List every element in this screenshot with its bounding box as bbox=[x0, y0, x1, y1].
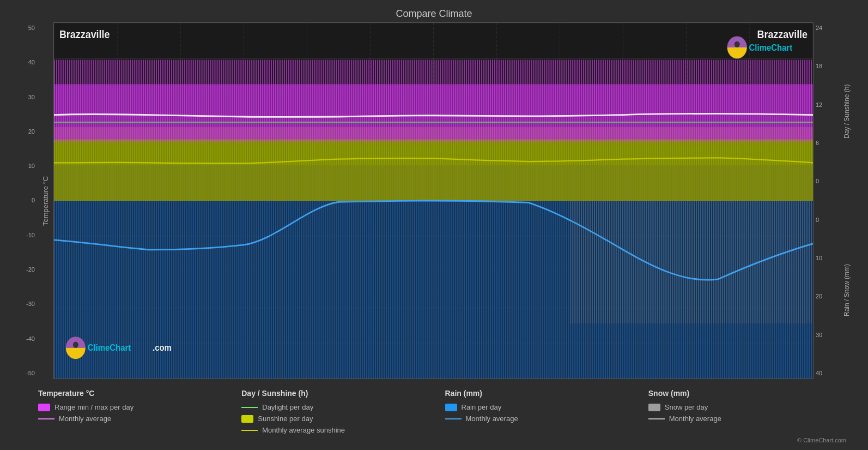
legend-sunshine-swatch: Sunshine per day bbox=[241, 415, 445, 423]
legend-area: Temperature °C Range min / max per day M… bbox=[11, 379, 857, 437]
svg-text:.com: .com bbox=[153, 343, 172, 353]
legend-daylight: Daylight per day bbox=[241, 403, 445, 411]
snow-avg-line bbox=[648, 418, 665, 419]
rain-avg-line bbox=[445, 418, 462, 419]
daylight-line bbox=[241, 407, 258, 408]
chart-and-axes: Temperature °C bbox=[37, 22, 857, 379]
right-axis-sunshine-values: 24 18 12 6 0 0 10 20 30 40 bbox=[814, 22, 842, 379]
chart-axes-container: 50 40 30 20 10 0 -10 -20 -30 -40 -50 Tem… bbox=[11, 22, 857, 379]
svg-point-41 bbox=[73, 342, 78, 348]
y-tick-n40: -40 bbox=[11, 336, 37, 342]
y-tick-n50: -50 bbox=[11, 370, 37, 376]
legend-temperature: Temperature °C Range min / max per day M… bbox=[38, 389, 241, 434]
r-tick-12: 12 bbox=[814, 102, 842, 108]
legend-sunshine: Day / Sunshine (h) Daylight per day Suns… bbox=[241, 389, 445, 434]
right-axis-titles: Day / Sunshine (h) Rain / Snow (mm) bbox=[842, 22, 857, 379]
right-axis-rain-title: Rain / Snow (mm) bbox=[842, 201, 857, 379]
sunshine-avg-line bbox=[241, 430, 258, 431]
legend-temp-avg: Monthly average bbox=[38, 415, 241, 423]
left-axis-title: Temperature °C bbox=[37, 22, 53, 379]
copyright: © ClimeChart.com bbox=[11, 437, 857, 445]
right-axis-sunshine-title: Day / Sunshine (h) bbox=[842, 22, 857, 201]
legend-temp-range: Range min / max per day bbox=[38, 403, 241, 411]
svg-rect-35 bbox=[54, 59, 813, 142]
r-tick-24: 24 bbox=[814, 25, 842, 31]
left-y-axis: 50 40 30 20 10 0 -10 -20 -30 -40 -50 bbox=[11, 22, 37, 379]
legend-rain-day: Rain per day bbox=[445, 403, 648, 411]
y-tick-30: 30 bbox=[11, 94, 37, 100]
svg-text:ClimeChart: ClimeChart bbox=[749, 43, 793, 52]
svg-text:Brazzaville: Brazzaville bbox=[59, 28, 110, 40]
y-tick-20: 20 bbox=[11, 129, 37, 135]
y-tick-n20: -20 bbox=[11, 267, 37, 273]
y-tick-0: 0 bbox=[11, 197, 37, 203]
r-tick-6: 6 bbox=[814, 140, 842, 146]
legend-snow-avg-label: Monthly average bbox=[669, 415, 721, 423]
svg-rect-37 bbox=[54, 165, 813, 201]
svg-rect-29 bbox=[569, 201, 813, 323]
y-tick-n10: -10 bbox=[11, 232, 37, 238]
r-tick-0-sun: 0 bbox=[814, 178, 842, 184]
svg-text:ClimeChart: ClimeChart bbox=[88, 343, 131, 353]
y-tick-50: 50 bbox=[11, 25, 37, 31]
r-tick-40: 40 bbox=[814, 370, 842, 376]
legend-snow-day-label: Snow per day bbox=[665, 403, 708, 411]
chart-frame: Brazzaville Brazzaville ClimeChart .com bbox=[53, 22, 814, 379]
legend-temp-range-label: Range min / max per day bbox=[54, 403, 133, 411]
legend-daylight-label: Daylight per day bbox=[262, 403, 313, 411]
temp-avg-line bbox=[38, 418, 54, 419]
legend-temp-avg-label: Monthly average bbox=[59, 415, 111, 423]
r-tick-0-rain: 0 bbox=[814, 217, 842, 223]
y-tick-40: 40 bbox=[11, 59, 37, 65]
right-axes: 24 18 12 6 0 0 10 20 30 40 Day / Sunshin… bbox=[814, 22, 857, 379]
legend-sunshine-avg-label: Monthly average sunshine bbox=[262, 426, 345, 434]
svg-point-45 bbox=[735, 41, 740, 47]
legend-sunshine-avg: Monthly average sunshine bbox=[241, 426, 445, 434]
page-container: Compare Climate 50 40 30 20 10 0 -10 -20… bbox=[0, 0, 868, 450]
y-tick-10: 10 bbox=[11, 163, 37, 169]
page-title: Compare Climate bbox=[11, 5, 857, 22]
legend-sunshine-label: Sunshine per day bbox=[258, 415, 313, 423]
temp-range-swatch bbox=[38, 404, 50, 411]
y-tick-n30: -30 bbox=[11, 301, 37, 307]
legend-snow-avg: Monthly average bbox=[648, 415, 852, 423]
legend-temp-title: Temperature °C bbox=[38, 389, 241, 398]
legend-snow: Snow (mm) Snow per day Monthly average bbox=[648, 389, 852, 434]
r-tick-30: 30 bbox=[814, 332, 842, 338]
snow-swatch bbox=[648, 404, 660, 411]
legend-snow-title: Snow (mm) bbox=[648, 389, 852, 398]
legend-rain-title: Rain (mm) bbox=[445, 389, 648, 398]
sunshine-swatch bbox=[241, 415, 253, 423]
rain-swatch bbox=[445, 404, 457, 411]
r-tick-10: 10 bbox=[814, 255, 842, 261]
chart-svg: Brazzaville Brazzaville ClimeChart .com bbox=[54, 23, 813, 379]
legend-rain-day-label: Rain per day bbox=[462, 403, 502, 411]
legend-rain-avg-label: Monthly average bbox=[466, 415, 518, 423]
r-tick-18: 18 bbox=[814, 63, 842, 69]
legend-rain: Rain (mm) Rain per day Monthly average bbox=[445, 389, 648, 434]
legend-rain-avg: Monthly average bbox=[445, 415, 648, 423]
legend-snow-day: Snow per day bbox=[648, 403, 852, 411]
legend-sunshine-title: Day / Sunshine (h) bbox=[241, 389, 445, 398]
r-tick-20: 20 bbox=[814, 293, 842, 299]
svg-text:Brazzaville: Brazzaville bbox=[757, 28, 808, 40]
